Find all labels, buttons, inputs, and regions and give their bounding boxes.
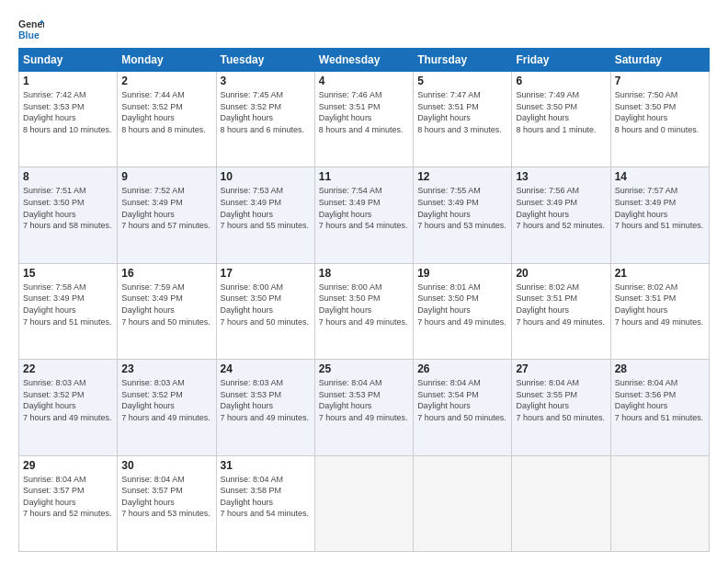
day-number: 19 — [417, 267, 507, 280]
calendar-cell — [314, 455, 413, 551]
day-info: Sunrise: 8:04 AM Sunset: 3:55 PM Dayligh… — [516, 377, 606, 423]
calendar-day-header: Sunday — [19, 49, 118, 72]
calendar-cell: 12 Sunrise: 7:55 AM Sunset: 3:49 PM Dayl… — [414, 167, 512, 263]
calendar-week-row: 8 Sunrise: 7:51 AM Sunset: 3:50 PM Dayli… — [19, 167, 710, 263]
calendar-cell: 21 Sunrise: 8:02 AM Sunset: 3:51 PM Dayl… — [610, 263, 709, 359]
calendar-cell: 7 Sunrise: 7:50 AM Sunset: 3:50 PM Dayli… — [610, 72, 709, 167]
day-info: Sunrise: 8:03 AM Sunset: 3:52 PM Dayligh… — [121, 377, 211, 423]
day-number: 18 — [319, 267, 409, 280]
day-number: 3 — [221, 75, 311, 87]
day-number: 10 — [221, 170, 311, 183]
calendar-header-row: SundayMondayTuesdayWednesdayThursdayFrid… — [19, 49, 710, 72]
day-info: Sunrise: 7:58 AM Sunset: 3:49 PM Dayligh… — [23, 282, 113, 327]
calendar-cell: 11 Sunrise: 7:54 AM Sunset: 3:49 PM Dayl… — [314, 167, 413, 263]
calendar-day-header: Tuesday — [216, 49, 314, 72]
day-info: Sunrise: 7:47 AM Sunset: 3:51 PM Dayligh… — [417, 89, 507, 135]
logo: General Blue — [18, 17, 44, 42]
day-number: 25 — [319, 362, 409, 375]
day-info: Sunrise: 7:57 AM Sunset: 3:49 PM Dayligh… — [615, 185, 705, 231]
svg-text:General: General — [18, 18, 44, 29]
day-info: Sunrise: 7:52 AM Sunset: 3:49 PM Dayligh… — [121, 185, 211, 231]
day-number: 23 — [121, 362, 211, 375]
calendar-cell: 31 Sunrise: 8:04 AM Sunset: 3:58 PM Dayl… — [216, 455, 314, 551]
calendar-cell: 29 Sunrise: 8:04 AM Sunset: 3:57 PM Dayl… — [19, 455, 118, 551]
day-info: Sunrise: 7:51 AM Sunset: 3:50 PM Dayligh… — [23, 185, 113, 231]
day-number: 20 — [516, 267, 606, 280]
day-info: Sunrise: 8:01 AM Sunset: 3:50 PM Dayligh… — [417, 282, 507, 327]
calendar-cell — [512, 455, 610, 551]
calendar-cell: 14 Sunrise: 7:57 AM Sunset: 3:49 PM Dayl… — [610, 167, 709, 263]
calendar-cell: 28 Sunrise: 8:04 AM Sunset: 3:56 PM Dayl… — [610, 360, 709, 455]
calendar-week-row: 15 Sunrise: 7:58 AM Sunset: 3:49 PM Dayl… — [19, 263, 710, 359]
header: General Blue — [18, 17, 710, 42]
calendar-cell: 30 Sunrise: 8:04 AM Sunset: 3:57 PM Dayl… — [118, 455, 216, 551]
day-info: Sunrise: 7:53 AM Sunset: 3:49 PM Dayligh… — [221, 185, 311, 231]
calendar-cell: 2 Sunrise: 7:44 AM Sunset: 3:52 PM Dayli… — [118, 72, 216, 167]
day-number: 29 — [23, 459, 113, 472]
day-info: Sunrise: 7:56 AM Sunset: 3:49 PM Dayligh… — [516, 185, 606, 231]
calendar-cell: 27 Sunrise: 8:04 AM Sunset: 3:55 PM Dayl… — [512, 360, 610, 455]
calendar-cell — [414, 455, 512, 551]
day-number: 6 — [516, 75, 606, 87]
day-info: Sunrise: 8:04 AM Sunset: 3:54 PM Dayligh… — [417, 377, 507, 423]
day-info: Sunrise: 8:02 AM Sunset: 3:51 PM Dayligh… — [615, 282, 705, 327]
day-info: Sunrise: 8:04 AM Sunset: 3:56 PM Dayligh… — [615, 377, 705, 423]
day-info: Sunrise: 8:04 AM Sunset: 3:57 PM Dayligh… — [121, 474, 211, 520]
day-info: Sunrise: 8:04 AM Sunset: 3:57 PM Dayligh… — [23, 474, 113, 520]
day-info: Sunrise: 8:04 AM Sunset: 3:53 PM Dayligh… — [319, 377, 409, 423]
day-info: Sunrise: 7:55 AM Sunset: 3:49 PM Dayligh… — [417, 185, 507, 231]
day-info: Sunrise: 7:42 AM Sunset: 3:53 PM Dayligh… — [23, 89, 113, 135]
day-number: 8 — [23, 170, 113, 183]
calendar-day-header: Friday — [512, 49, 610, 72]
page: General Blue SundayMondayTuesdayWednesda… — [0, 0, 728, 563]
day-info: Sunrise: 8:03 AM Sunset: 3:52 PM Dayligh… — [23, 377, 113, 423]
calendar-day-header: Thursday — [414, 49, 512, 72]
day-info: Sunrise: 7:44 AM Sunset: 3:52 PM Dayligh… — [121, 89, 211, 135]
calendar-cell: 8 Sunrise: 7:51 AM Sunset: 3:50 PM Dayli… — [19, 167, 118, 263]
day-number: 15 — [23, 267, 113, 280]
calendar-day-header: Wednesday — [314, 49, 413, 72]
day-number: 1 — [23, 75, 113, 87]
day-number: 31 — [221, 459, 311, 472]
day-info: Sunrise: 7:45 AM Sunset: 3:52 PM Dayligh… — [221, 89, 311, 135]
day-info: Sunrise: 7:49 AM Sunset: 3:50 PM Dayligh… — [516, 89, 606, 135]
day-number: 27 — [516, 362, 606, 375]
day-number: 21 — [615, 267, 705, 280]
calendar-cell: 4 Sunrise: 7:46 AM Sunset: 3:51 PM Dayli… — [314, 72, 413, 167]
day-info: Sunrise: 7:46 AM Sunset: 3:51 PM Dayligh… — [319, 89, 409, 135]
day-info: Sunrise: 8:04 AM Sunset: 3:58 PM Dayligh… — [221, 474, 311, 520]
calendar-week-row: 29 Sunrise: 8:04 AM Sunset: 3:57 PM Dayl… — [19, 455, 710, 551]
day-info: Sunrise: 7:59 AM Sunset: 3:49 PM Dayligh… — [121, 282, 211, 327]
day-info: Sunrise: 8:00 AM Sunset: 3:50 PM Dayligh… — [319, 282, 409, 327]
calendar-cell: 20 Sunrise: 8:02 AM Sunset: 3:51 PM Dayl… — [512, 263, 610, 359]
calendar-day-header: Saturday — [610, 49, 709, 72]
day-info: Sunrise: 8:02 AM Sunset: 3:51 PM Dayligh… — [516, 282, 606, 327]
day-number: 12 — [417, 170, 507, 183]
calendar-cell: 19 Sunrise: 8:01 AM Sunset: 3:50 PM Dayl… — [414, 263, 512, 359]
calendar-cell: 5 Sunrise: 7:47 AM Sunset: 3:51 PM Dayli… — [414, 72, 512, 167]
calendar-cell: 26 Sunrise: 8:04 AM Sunset: 3:54 PM Dayl… — [414, 360, 512, 455]
day-number: 9 — [121, 170, 211, 183]
calendar-cell: 25 Sunrise: 8:04 AM Sunset: 3:53 PM Dayl… — [314, 360, 413, 455]
calendar-week-row: 22 Sunrise: 8:03 AM Sunset: 3:52 PM Dayl… — [19, 360, 710, 455]
calendar-cell: 6 Sunrise: 7:49 AM Sunset: 3:50 PM Dayli… — [512, 72, 610, 167]
day-number: 26 — [417, 362, 507, 375]
logo-icon: General Blue — [18, 17, 44, 42]
calendar-cell: 17 Sunrise: 8:00 AM Sunset: 3:50 PM Dayl… — [216, 263, 314, 359]
calendar-cell: 16 Sunrise: 7:59 AM Sunset: 3:49 PM Dayl… — [118, 263, 216, 359]
day-info: Sunrise: 8:03 AM Sunset: 3:53 PM Dayligh… — [221, 377, 311, 423]
day-info: Sunrise: 8:00 AM Sunset: 3:50 PM Dayligh… — [221, 282, 311, 327]
calendar-table: SundayMondayTuesdayWednesdayThursdayFrid… — [18, 48, 710, 552]
day-number: 11 — [319, 170, 409, 183]
calendar-cell: 15 Sunrise: 7:58 AM Sunset: 3:49 PM Dayl… — [19, 263, 118, 359]
calendar-day-header: Monday — [118, 49, 216, 72]
day-number: 22 — [23, 362, 113, 375]
day-number: 17 — [221, 267, 311, 280]
calendar-cell — [610, 455, 709, 551]
svg-text:Blue: Blue — [18, 29, 40, 40]
day-number: 16 — [121, 267, 211, 280]
day-number: 30 — [121, 459, 211, 472]
day-number: 28 — [615, 362, 705, 375]
calendar-cell: 13 Sunrise: 7:56 AM Sunset: 3:49 PM Dayl… — [512, 167, 610, 263]
day-number: 7 — [615, 75, 705, 87]
